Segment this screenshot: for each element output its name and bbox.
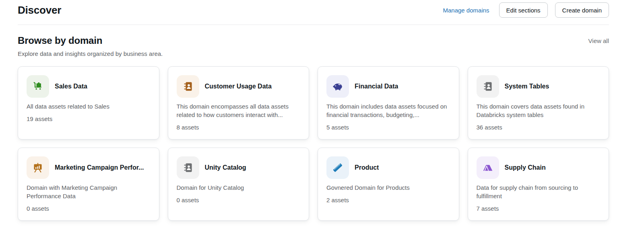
domain-card-description: This domain includes data assets focused…	[326, 102, 450, 119]
address-book-icon	[182, 81, 194, 92]
domain-card-asset-count: 36 assets	[477, 124, 601, 131]
domain-card-title: Unity Catalog	[205, 164, 246, 171]
domain-card-header: Product	[326, 156, 450, 179]
domain-card-header: Financial Data	[326, 75, 450, 98]
domain-card-title: Product	[355, 164, 379, 171]
domain-card-description: Govnered Domain for Products	[326, 183, 450, 192]
domain-card-asset-count: 19 assets	[27, 115, 151, 122]
domain-icon-tile	[477, 75, 499, 98]
domain-card-asset-count: 7 assets	[477, 205, 601, 212]
browse-section-subtitle: Explore data and insights organized by b…	[18, 50, 609, 57]
page-header: Discover Manage domains Edit sections Cr…	[18, 2, 609, 18]
domain-card[interactable]: Sales DataAll data assets related to Sal…	[18, 66, 159, 140]
presentation-chart-icon	[32, 162, 43, 173]
address-book-icon	[482, 81, 493, 92]
create-domain-button[interactable]: Create domain	[555, 2, 609, 18]
domain-icon-tile	[177, 75, 199, 98]
domain-card-header: System Tables	[477, 75, 601, 98]
domain-card-header: Customer Usage Data	[177, 75, 301, 98]
domain-card-asset-count: 0 assets	[177, 197, 301, 203]
header-divider	[18, 25, 609, 25]
domain-card[interactable]: Unity CatalogDomain for Unity Catalog0 a…	[168, 148, 310, 221]
domain-card-description: Domain for Unity Catalog	[177, 183, 301, 192]
domain-card[interactable]: ProductGovnered Domain for Products2 ass…	[318, 148, 459, 221]
domain-card[interactable]: Marketing Campaign Perfor...Domain with …	[18, 148, 159, 221]
page-title: Discover	[18, 4, 61, 16]
header-actions: Manage domains Edit sections Create doma…	[440, 2, 609, 18]
domain-card-title: System Tables	[505, 83, 549, 90]
domain-card[interactable]: Financial DataThis domain includes data …	[318, 66, 459, 140]
domain-card-description: Domain with Marketing Campaign Performan…	[27, 183, 151, 200]
edit-sections-button[interactable]: Edit sections	[499, 2, 548, 18]
domain-card-asset-count: 8 assets	[177, 124, 301, 131]
domain-card-asset-count: 2 assets	[326, 197, 450, 203]
domain-icon-tile	[27, 156, 49, 179]
domain-icon-tile	[326, 75, 349, 98]
domain-card-header: Supply Chain	[477, 156, 601, 179]
domain-cards-grid: Sales DataAll data assets related to Sal…	[18, 66, 609, 221]
domain-icon-tile	[477, 156, 499, 179]
domain-card-title: Marketing Campaign Perfor...	[55, 164, 144, 171]
domain-card-asset-count: 5 assets	[326, 124, 450, 131]
domain-card[interactable]: Supply ChainData for supply chain from s…	[468, 148, 609, 221]
luggage-cart-icon	[32, 81, 43, 92]
browse-section-title: Browse by domain	[18, 35, 102, 46]
ruler-icon	[332, 162, 343, 173]
domain-card-title: Financial Data	[355, 83, 398, 90]
manage-domains-link[interactable]: Manage domains	[440, 7, 491, 14]
view-all-link[interactable]: View all	[588, 37, 609, 44]
domain-card-header: Marketing Campaign Perfor...	[27, 156, 151, 179]
domain-card-title: Customer Usage Data	[205, 83, 272, 90]
domain-card[interactable]: Customer Usage DataThis domain encompass…	[168, 66, 310, 140]
piggy-bank-icon	[332, 81, 343, 92]
domain-card-header: Unity Catalog	[177, 156, 301, 179]
domain-card-description: This domain covers data assets found in …	[477, 102, 601, 119]
domain-icon-tile	[177, 156, 199, 179]
tent-icon	[482, 162, 493, 173]
domain-card-description: Data for supply chain from sourcing to f…	[477, 183, 601, 200]
domain-icon-tile	[27, 75, 49, 98]
domain-card-asset-count: 0 assets	[27, 205, 151, 212]
browse-section-header: Browse by domain View all	[18, 35, 609, 46]
address-book-icon	[182, 162, 194, 173]
domain-card-description: This domain encompasses all data assets …	[177, 102, 301, 119]
domain-card-header: Sales Data	[27, 75, 151, 98]
domain-card[interactable]: System TablesThis domain covers data ass…	[468, 66, 609, 140]
domain-card-title: Sales Data	[55, 83, 87, 90]
discover-page: Discover Manage domains Edit sections Cr…	[0, 0, 644, 230]
domain-icon-tile	[326, 156, 349, 179]
domain-card-description: All data assets related to Sales	[27, 102, 151, 111]
domain-card-title: Supply Chain	[505, 164, 546, 171]
